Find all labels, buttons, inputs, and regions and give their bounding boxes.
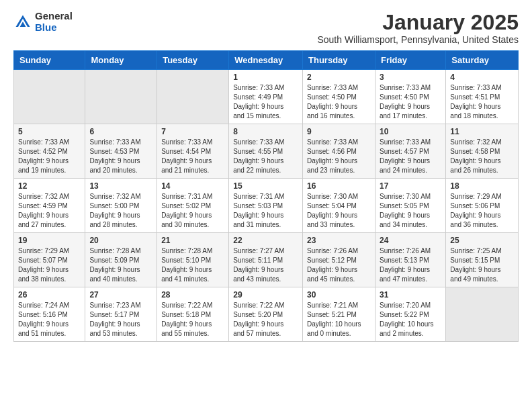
day-number: 15 bbox=[233, 181, 298, 191]
header-wednesday: Wednesday bbox=[229, 51, 303, 70]
day-number: 21 bbox=[161, 236, 224, 245]
day-info: Sunrise: 7:31 AM Sunset: 5:03 PM Dayligh… bbox=[233, 192, 298, 230]
calendar-cell: 22Sunrise: 7:27 AM Sunset: 5:11 PM Dayli… bbox=[229, 233, 303, 287]
day-number: 30 bbox=[307, 290, 371, 300]
day-info: Sunrise: 7:33 AM Sunset: 4:52 PM Dayligh… bbox=[18, 138, 81, 175]
day-number: 8 bbox=[233, 127, 298, 136]
calendar-cell: 12Sunrise: 7:32 AM Sunset: 4:59 PM Dayli… bbox=[14, 179, 85, 233]
day-number: 20 bbox=[89, 236, 152, 245]
calendar-week-row: 26Sunrise: 7:24 AM Sunset: 5:16 PM Dayli… bbox=[14, 287, 519, 342]
day-info: Sunrise: 7:30 AM Sunset: 5:04 PM Dayligh… bbox=[307, 192, 371, 230]
header-friday: Friday bbox=[375, 51, 445, 70]
calendar-cell bbox=[446, 287, 519, 342]
calendar-cell: 27Sunrise: 7:23 AM Sunset: 5:17 PM Dayli… bbox=[85, 287, 157, 342]
calendar-cell: 7Sunrise: 7:33 AM Sunset: 4:54 PM Daylig… bbox=[157, 124, 229, 179]
day-number: 22 bbox=[233, 236, 298, 245]
day-number: 19 bbox=[18, 236, 81, 245]
day-info: Sunrise: 7:28 AM Sunset: 5:10 PM Dayligh… bbox=[161, 246, 224, 284]
calendar-cell: 2Sunrise: 7:33 AM Sunset: 4:50 PM Daylig… bbox=[303, 70, 375, 124]
month-title: January 2025 bbox=[317, 11, 519, 34]
header-sunday: Sunday bbox=[14, 51, 85, 70]
day-number: 27 bbox=[89, 290, 152, 300]
calendar-week-row: 12Sunrise: 7:32 AM Sunset: 4:59 PM Dayli… bbox=[14, 179, 519, 233]
logo-icon bbox=[13, 13, 32, 32]
day-info: Sunrise: 7:22 AM Sunset: 5:18 PM Dayligh… bbox=[161, 301, 224, 338]
day-number: 11 bbox=[450, 127, 514, 136]
calendar-cell: 5Sunrise: 7:33 AM Sunset: 4:52 PM Daylig… bbox=[14, 124, 85, 179]
day-number: 25 bbox=[450, 236, 514, 245]
day-info: Sunrise: 7:33 AM Sunset: 4:53 PM Dayligh… bbox=[89, 138, 152, 175]
day-number: 28 bbox=[161, 290, 224, 300]
day-number: 9 bbox=[307, 127, 371, 136]
calendar-cell bbox=[157, 70, 229, 124]
day-number: 7 bbox=[161, 127, 224, 136]
calendar-cell: 15Sunrise: 7:31 AM Sunset: 5:03 PM Dayli… bbox=[229, 179, 303, 233]
day-number: 13 bbox=[89, 181, 152, 191]
calendar-cell: 20Sunrise: 7:28 AM Sunset: 5:09 PM Dayli… bbox=[85, 233, 157, 287]
day-info: Sunrise: 7:33 AM Sunset: 4:50 PM Dayligh… bbox=[307, 83, 371, 121]
day-number: 4 bbox=[450, 73, 514, 82]
day-number: 16 bbox=[307, 181, 371, 191]
calendar-cell: 16Sunrise: 7:30 AM Sunset: 5:04 PM Dayli… bbox=[303, 179, 375, 233]
calendar-cell: 25Sunrise: 7:25 AM Sunset: 5:15 PM Dayli… bbox=[446, 233, 519, 287]
day-info: Sunrise: 7:32 AM Sunset: 5:00 PM Dayligh… bbox=[89, 192, 152, 230]
calendar-cell bbox=[14, 70, 85, 124]
logo: General Blue bbox=[13, 11, 73, 33]
calendar-cell: 30Sunrise: 7:21 AM Sunset: 5:21 PM Dayli… bbox=[303, 287, 375, 342]
calendar-week-row: 19Sunrise: 7:29 AM Sunset: 5:07 PM Dayli… bbox=[14, 233, 519, 287]
day-info: Sunrise: 7:33 AM Sunset: 4:55 PM Dayligh… bbox=[233, 138, 298, 175]
day-info: Sunrise: 7:23 AM Sunset: 5:17 PM Dayligh… bbox=[89, 301, 152, 338]
calendar-cell: 17Sunrise: 7:30 AM Sunset: 5:05 PM Dayli… bbox=[375, 179, 445, 233]
day-info: Sunrise: 7:33 AM Sunset: 4:50 PM Dayligh… bbox=[380, 83, 441, 121]
location-title: South Williamsport, Pennsylvania, United… bbox=[317, 34, 519, 45]
calendar-week-row: 5Sunrise: 7:33 AM Sunset: 4:52 PM Daylig… bbox=[14, 124, 519, 179]
calendar-page: General Blue January 2025 South Williams… bbox=[0, 0, 532, 353]
header-monday: Monday bbox=[85, 51, 157, 70]
calendar-week-row: 1Sunrise: 7:33 AM Sunset: 4:49 PM Daylig… bbox=[14, 70, 519, 124]
calendar-cell: 24Sunrise: 7:26 AM Sunset: 5:13 PM Dayli… bbox=[375, 233, 445, 287]
calendar-header-row: SundayMondayTuesdayWednesdayThursdayFrid… bbox=[14, 51, 519, 70]
day-number: 17 bbox=[380, 181, 441, 191]
day-info: Sunrise: 7:33 AM Sunset: 4:56 PM Dayligh… bbox=[307, 138, 371, 175]
calendar-cell: 3Sunrise: 7:33 AM Sunset: 4:50 PM Daylig… bbox=[375, 70, 445, 124]
day-number: 5 bbox=[18, 127, 81, 136]
day-info: Sunrise: 7:24 AM Sunset: 5:16 PM Dayligh… bbox=[18, 301, 81, 338]
day-info: Sunrise: 7:27 AM Sunset: 5:11 PM Dayligh… bbox=[233, 246, 298, 284]
header-tuesday: Tuesday bbox=[157, 51, 229, 70]
day-number: 3 bbox=[380, 73, 441, 82]
day-number: 14 bbox=[161, 181, 224, 191]
calendar-cell: 13Sunrise: 7:32 AM Sunset: 5:00 PM Dayli… bbox=[85, 179, 157, 233]
day-number: 2 bbox=[307, 73, 371, 82]
day-info: Sunrise: 7:26 AM Sunset: 5:12 PM Dayligh… bbox=[307, 246, 371, 284]
header-saturday: Saturday bbox=[446, 51, 519, 70]
calendar-cell: 31Sunrise: 7:20 AM Sunset: 5:22 PM Dayli… bbox=[375, 287, 445, 342]
day-info: Sunrise: 7:26 AM Sunset: 5:13 PM Dayligh… bbox=[380, 246, 441, 284]
calendar-cell: 14Sunrise: 7:31 AM Sunset: 5:02 PM Dayli… bbox=[157, 179, 229, 233]
calendar-cell: 26Sunrise: 7:24 AM Sunset: 5:16 PM Dayli… bbox=[14, 287, 85, 342]
calendar-cell: 23Sunrise: 7:26 AM Sunset: 5:12 PM Dayli… bbox=[303, 233, 375, 287]
logo-general-text: General bbox=[35, 11, 73, 22]
day-info: Sunrise: 7:33 AM Sunset: 4:57 PM Dayligh… bbox=[380, 138, 441, 175]
title-block: January 2025 South Williamsport, Pennsyl… bbox=[317, 11, 519, 45]
day-number: 6 bbox=[89, 127, 152, 136]
day-number: 18 bbox=[450, 181, 514, 191]
logo-blue-text: Blue bbox=[35, 22, 73, 34]
day-info: Sunrise: 7:29 AM Sunset: 5:06 PM Dayligh… bbox=[450, 192, 514, 230]
day-info: Sunrise: 7:21 AM Sunset: 5:21 PM Dayligh… bbox=[307, 301, 371, 338]
day-number: 29 bbox=[233, 290, 298, 300]
header-thursday: Thursday bbox=[303, 51, 375, 70]
day-info: Sunrise: 7:28 AM Sunset: 5:09 PM Dayligh… bbox=[89, 246, 152, 284]
calendar-table: SundayMondayTuesdayWednesdayThursdayFrid… bbox=[13, 50, 519, 342]
day-number: 26 bbox=[18, 290, 81, 300]
day-info: Sunrise: 7:22 AM Sunset: 5:20 PM Dayligh… bbox=[233, 301, 298, 338]
calendar-cell: 29Sunrise: 7:22 AM Sunset: 5:20 PM Dayli… bbox=[229, 287, 303, 342]
day-info: Sunrise: 7:32 AM Sunset: 4:58 PM Dayligh… bbox=[450, 138, 514, 175]
day-info: Sunrise: 7:29 AM Sunset: 5:07 PM Dayligh… bbox=[18, 246, 81, 284]
day-number: 24 bbox=[380, 236, 441, 245]
day-number: 23 bbox=[307, 236, 371, 245]
day-number: 12 bbox=[18, 181, 81, 191]
day-info: Sunrise: 7:20 AM Sunset: 5:22 PM Dayligh… bbox=[380, 301, 441, 338]
calendar-cell: 11Sunrise: 7:32 AM Sunset: 4:58 PM Dayli… bbox=[446, 124, 519, 179]
day-info: Sunrise: 7:32 AM Sunset: 4:59 PM Dayligh… bbox=[18, 192, 81, 230]
calendar-cell: 6Sunrise: 7:33 AM Sunset: 4:53 PM Daylig… bbox=[85, 124, 157, 179]
